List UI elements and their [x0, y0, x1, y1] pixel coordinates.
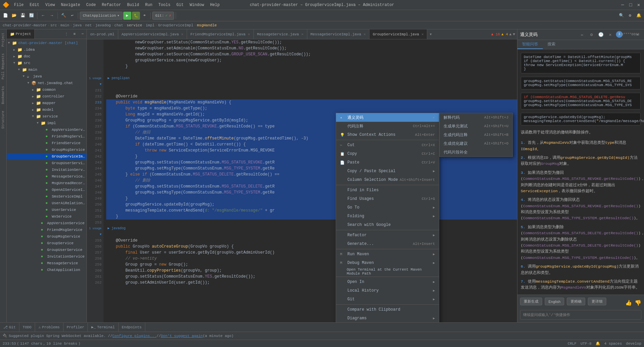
bookmarks-label[interactable]: Bookmarks [1, 83, 6, 107]
sub-item-unit-test[interactable]: 生成单元测试 Alt+Shift+U [440, 122, 512, 130]
breadcrumb-part-2[interactable]: main [60, 23, 69, 27]
ctx-item-local-history[interactable]: Local History ▶ [336, 286, 439, 295]
pull-requests-label[interactable]: Pull Requests [1, 50, 6, 83]
project-collapse-button[interactable]: − [78, 29, 87, 39]
tree-item-FriendMsgServiceImpl[interactable]: ● FriendMsgService [7, 133, 87, 140]
breadcrumb-part-1[interactable]: src [50, 23, 57, 27]
tree-item-SmsServiceImpl[interactable]: ● SmsServiceImpl [7, 193, 87, 200]
menu-run[interactable]: Run [142, 2, 155, 8]
configure-link[interactable]: Configure plugins... [112, 334, 156, 338]
tree-item-controller[interactable]: ▶ 📁 controller [7, 93, 87, 100]
ai-settings-button[interactable]: ⚙ [588, 31, 595, 38]
ctx-item-run-maven[interactable]: M Run Maven ▶ [336, 250, 439, 259]
close-button[interactable]: ✕ [636, 2, 641, 8]
tree-item-root[interactable]: ▼ 📁 chat-provider-master [chat] [7, 40, 87, 46]
menu-window[interactable]: Window [187, 2, 207, 8]
menu-help[interactable]: Help [207, 2, 222, 8]
tree-item-ChatApplication[interactable]: ● ChatApplication [7, 267, 87, 273]
tree-item-FriendServiceImpl[interactable]: ● FriendService [7, 140, 87, 146]
tab-endpoints[interactable]: Endpoints [119, 323, 145, 332]
menu-code[interactable]: Code [84, 2, 99, 8]
tree-item-GroupUserServiceImpl[interactable]: ● GroupUserServiceI... [7, 160, 87, 166]
menu-git[interactable]: Git [174, 2, 186, 8]
git-dropdown[interactable]: Git: ✓ ✗ [152, 12, 174, 20]
tab-project[interactable]: 📁 Project [7, 29, 35, 39]
ctx-item-column-select[interactable]: Column Selection Mode Alt+Shift+Insert [336, 176, 439, 184]
tree-item-impl[interactable]: ▼ 📁 impl [7, 120, 87, 126]
ai-edit-button[interactable]: ✏ [579, 31, 586, 38]
tab-close-icon[interactable]: ✕ [248, 32, 250, 36]
ctx-item-git[interactable]: Git ▶ [336, 295, 439, 304]
sub-item-explain[interactable]: 解释代码 Alt+Shift+J [440, 113, 512, 122]
ctx-item-copy-paste-special[interactable]: Copy / Paste Special ▶ [336, 167, 439, 176]
thumbs-up-button[interactable]: 👍 [625, 300, 632, 306]
coverage-button[interactable]: ☂ [141, 12, 149, 20]
ctx-item-folding[interactable]: Folding ▶ [336, 212, 439, 221]
tab-FriendMsgServiceImpl[interactable]: FriendMsgServiceImpl.java ✕ [187, 29, 254, 39]
tree-item-WxService[interactable]: ● WxService [7, 213, 87, 220]
tab-git[interactable]: ⎇ Git [0, 323, 19, 332]
tree-item-GroupMsgService[interactable]: ● GroupMsgService [7, 233, 87, 240]
tree-item-doc[interactable]: ▶ 📁 doc [7, 53, 87, 60]
thumbs-down-button[interactable]: 👎 [635, 300, 641, 306]
sub-item-code-completion[interactable]: 代码片段补全 [440, 148, 512, 156]
menu-view[interactable]: View [43, 2, 58, 8]
breadcrumb-part-10[interactable]: msgHandle [197, 23, 216, 27]
ctx-item-refactor[interactable]: Refactor ▶ [336, 231, 439, 240]
ai-tab-search[interactable]: 搜索 [543, 40, 560, 49]
tab-close-icon[interactable]: ✕ [363, 32, 366, 36]
open-button[interactable]: 📂 [10, 12, 18, 20]
menu-tools[interactable]: Tools [156, 2, 173, 8]
ctx-item-find-files[interactable]: Find in Files [336, 186, 439, 195]
ctx-item-diagrams[interactable]: Diagrams ▶ [336, 314, 439, 322]
code-content[interactable]: newGroupUser.setStatus(CommonStatusEnum.… [104, 39, 517, 322]
tab-terminal[interactable]: ▶_ Terminal [88, 323, 118, 332]
tree-item-MessageService[interactable]: ● MessageService [7, 260, 87, 267]
indentation[interactable]: 4 spaces [604, 342, 622, 346]
tree-item-MsgUnreadRecordsServiceImpl[interactable]: ● MsgUnreadRecordS... [7, 180, 87, 187]
ai-input-area[interactable]: 继续提问或输入'/'快捷操作 [520, 310, 641, 320]
debug-button[interactable]: 🐛 [132, 12, 140, 20]
sync-button[interactable]: 🔄 [27, 12, 35, 20]
tree-item-model[interactable]: ▶ 📁 model [7, 106, 87, 113]
tab-close-icon[interactable]: ✕ [422, 32, 424, 36]
new-file-button[interactable]: 📄 [1, 12, 9, 20]
maximize-button[interactable]: □ [628, 2, 633, 8]
tree-item-src[interactable]: ▼ 📁 src [7, 60, 87, 66]
ctx-item-ai[interactable]: ✦ 通义灵码 ▶ [336, 113, 439, 122]
tree-item-main[interactable]: ▼ 📁 main [7, 66, 87, 73]
tab-problems[interactable]: ⚠ Problems [35, 323, 63, 332]
ctx-item-generate[interactable]: Generate... Alt+Insert [336, 240, 439, 248]
tree-item-GroupService[interactable]: ● GroupService [7, 240, 87, 247]
ctx-item-goto[interactable]: Go To ▶ [336, 203, 439, 212]
breadcrumb-part-8[interactable]: impl [146, 23, 154, 27]
tree-item-AppVersionServiceImpl[interactable]: ● AppVersionServiceImpl [7, 126, 87, 133]
tree-item-AppVersionService[interactable]: ● AppVersionService [7, 220, 87, 227]
tree-item-idea[interactable]: ▶ 📁 .idea [7, 46, 87, 53]
tab-AppVersionServiceImpl[interactable]: AppVersionServiceImpl.java ✕ [118, 29, 187, 39]
tab-on-prod[interactable]: on-prod.yml [87, 29, 118, 39]
line-endings[interactable]: CRLF [568, 342, 577, 346]
undo-button[interactable]: ↩ [68, 12, 76, 20]
ctx-item-paste[interactable]: 📄 Paste Ctrl+V [336, 158, 439, 167]
build-branch[interactable]: develop [626, 342, 641, 346]
app-config-dropdown[interactable]: ChatApplication ▾ [80, 12, 123, 20]
notifications-icon[interactable]: 🔔 [596, 341, 600, 346]
tab-close-icon[interactable]: ✕ [301, 32, 304, 36]
run-button[interactable]: ▶ [123, 12, 131, 20]
search-everywhere-button[interactable]: 🔍 [617, 12, 625, 20]
tree-item-GroupMsgServiceImpl[interactable]: ● GroupMsgService [7, 146, 87, 153]
tab-close-icon[interactable]: ✕ [181, 32, 183, 36]
forward-button[interactable]: → [48, 12, 56, 20]
precise-button[interactable]: 更精确 [567, 298, 585, 305]
menu-file[interactable]: File [11, 2, 26, 8]
project-sort-button[interactable]: ≡ [70, 29, 78, 39]
english-button[interactable]: English [545, 298, 564, 305]
breadcrumb-part-3[interactable]: java [73, 23, 82, 27]
sub-item-optimize[interactable]: 生成优化建议 Alt+Shift+O [440, 139, 512, 148]
notifications-button[interactable]: 🔔 [635, 12, 643, 20]
breadcrumb-part-5[interactable]: javadog [96, 23, 111, 27]
tree-item-MessageServiceImpl[interactable]: ● MessageServiceImpl [7, 173, 87, 180]
settings-button[interactable]: ⚙ [626, 12, 634, 20]
regenerate-button[interactable]: 重新生成 [520, 298, 542, 305]
